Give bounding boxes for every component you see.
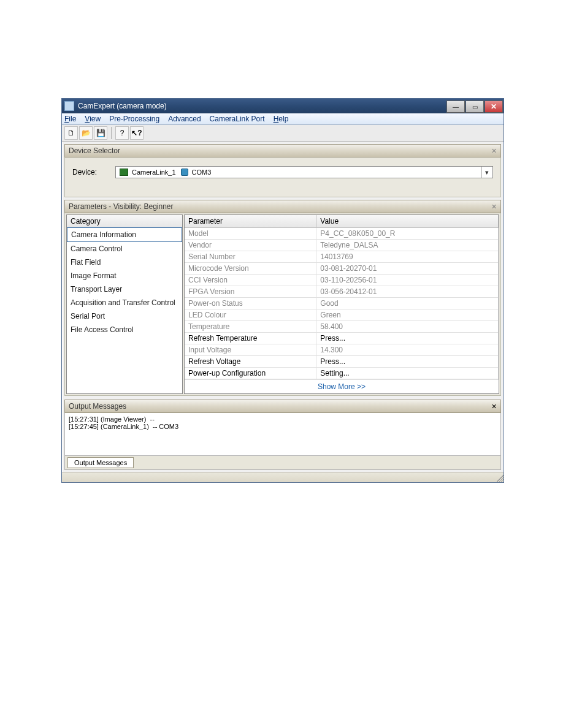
parameters-body: Category Camera InformationCamera Contro… — [64, 213, 501, 396]
parameter-row: LED ColourGreen — [185, 309, 499, 321]
parameter-row: Temperature58.400 — [185, 321, 499, 333]
parameter-value-cell: 14.300 — [316, 344, 499, 356]
parameter-row: CCI Version03-110-20256-01 — [185, 275, 499, 286]
parameter-value-cell: 03-081-20270-01 — [316, 263, 499, 275]
output-log[interactable]: [15:27:31] (Image Viewer) -- [15:27:45] … — [64, 413, 501, 456]
titlebar: CamExpert (camera mode) — ▭ ✕ — [62, 99, 504, 113]
parameter-row: FPGA Version03-056-20412-01 — [185, 286, 499, 298]
new-file-button[interactable]: 🗋 — [64, 126, 78, 140]
parameter-value-cell: P4_CC_08K050_00_R — [316, 228, 499, 240]
device-text-2: COM3 — [192, 169, 212, 176]
toolbar: 🗋 📂 💾 ? ↖? — [62, 125, 504, 142]
device-selector-body: Device: CameraLink_1 COM3 ▾ — [64, 157, 501, 197]
parameter-row: ModelP4_CC_08K050_00_R — [185, 228, 499, 240]
parameter-name-cell: LED Colour — [185, 309, 316, 321]
help-button[interactable]: ? — [115, 126, 129, 140]
app-icon — [64, 101, 74, 111]
device-text-1: CameraLink_1 — [132, 169, 176, 176]
parameter-row[interactable]: Refresh VoltagePress... — [185, 356, 499, 368]
parameter-name-cell: Power-up Configuration — [185, 368, 316, 379]
parameter-row[interactable]: Power-up ConfigurationSetting... — [185, 368, 499, 379]
parameter-name-cell: Serial Number — [185, 251, 316, 263]
parameter-name-cell: CCI Version — [185, 275, 316, 286]
category-column-header: Category — [67, 215, 182, 228]
category-item[interactable]: Flat Field — [67, 256, 182, 269]
resize-grip[interactable] — [495, 473, 504, 482]
device-selector-close-icon[interactable]: ✕ — [491, 147, 497, 155]
parameters-title: Parameters - Visibility: Beginner — [69, 202, 174, 211]
open-file-button[interactable]: 📂 — [79, 126, 93, 140]
framegrabber-icon — [120, 169, 128, 176]
parameter-value-cell: 03-056-20412-01 — [316, 286, 499, 298]
close-button[interactable]: ✕ — [484, 100, 503, 113]
device-label: Device: — [72, 168, 115, 176]
parameter-name-cell: Model — [185, 228, 316, 240]
window-title: CamExpert (camera mode) — [78, 102, 446, 110]
parameter-row: Serial Number14013769 — [185, 251, 499, 263]
toolbar-separator — [111, 127, 112, 139]
show-more-link[interactable]: Show More >> — [185, 379, 499, 393]
parameter-value-cell: 03-110-20256-01 — [316, 275, 499, 286]
parameter-row: Input Voltage14.300 — [185, 344, 499, 356]
parameter-pane: Parameter Value ModelP4_CC_08K050_00_RVe… — [184, 214, 499, 394]
parameter-row[interactable]: Refresh TemperaturePress... — [185, 333, 499, 344]
parameter-table: Parameter Value ModelP4_CC_08K050_00_RVe… — [185, 215, 499, 379]
category-item[interactable]: File Access Control — [67, 323, 182, 336]
parameter-value-cell: 14013769 — [316, 251, 499, 263]
parameter-row: Microcode Version03-081-20270-01 — [185, 263, 499, 275]
output-tabs: Output Messages — [64, 456, 501, 470]
maximize-button[interactable]: ▭ — [465, 100, 484, 113]
value-column-header: Value — [316, 215, 499, 228]
device-selector-header: Device Selector ✕ — [64, 144, 501, 157]
parameters-header: Parameters - Visibility: Beginner ✕ — [64, 200, 501, 213]
parameter-name-cell: Refresh Voltage — [185, 356, 316, 368]
parameter-name-cell: Temperature — [185, 321, 316, 333]
parameter-name-cell: Refresh Temperature — [185, 333, 316, 344]
parameter-row: VendorTeledyne_DALSA — [185, 240, 499, 251]
parameter-value-cell: 58.400 — [316, 321, 499, 333]
parameter-value-cell[interactable]: Setting... — [316, 368, 499, 379]
parameter-name-cell: Vendor — [185, 240, 316, 251]
menu-help[interactable]: Help — [274, 115, 289, 123]
category-item[interactable]: Transport Layer — [67, 282, 182, 296]
category-item[interactable]: Camera Information — [67, 227, 182, 242]
category-item[interactable]: Camera Control — [67, 242, 182, 256]
menu-file[interactable]: File — [64, 115, 76, 123]
parameter-value-cell[interactable]: Press... — [316, 356, 499, 368]
parameter-name-cell: Power-on Status — [185, 298, 316, 309]
statusbar — [62, 472, 504, 482]
menu-advanced[interactable]: Advanced — [168, 115, 201, 123]
category-item[interactable]: Acquisition and Transfer Control — [67, 296, 182, 309]
parameter-column-header: Parameter — [185, 215, 316, 228]
window-controls: — ▭ ✕ — [446, 99, 504, 113]
parameter-name-cell: Input Voltage — [185, 344, 316, 356]
category-item[interactable]: Serial Port — [67, 309, 182, 323]
minimize-button[interactable]: — — [446, 100, 465, 113]
parameter-value-cell: Good — [316, 298, 499, 309]
parameter-name-cell: FPGA Version — [185, 286, 316, 298]
menu-cameralink-port[interactable]: CameraLink Port — [210, 115, 265, 123]
parameter-name-cell: Microcode Version — [185, 263, 316, 275]
port-icon — [181, 169, 188, 176]
output-header: Output Messages ✕ — [64, 400, 501, 413]
parameter-value-cell: Teledyne_DALSA — [316, 240, 499, 251]
device-dropdown[interactable]: CameraLink_1 COM3 ▾ — [115, 166, 493, 178]
parameter-value-cell[interactable]: Press... — [316, 333, 499, 344]
context-help-button[interactable]: ↖? — [130, 126, 144, 140]
menubar: File View Pre-Processing Advanced Camera… — [62, 113, 504, 125]
save-file-button[interactable]: 💾 — [94, 126, 107, 140]
output-messages-tab[interactable]: Output Messages — [67, 457, 134, 468]
menu-pre-processing[interactable]: Pre-Processing — [109, 115, 159, 123]
parameter-value-cell: Green — [316, 309, 499, 321]
device-selector-title: Device Selector — [69, 146, 120, 155]
app-window: CamExpert (camera mode) — ▭ ✕ File View … — [61, 98, 504, 483]
output-title: Output Messages — [69, 402, 126, 411]
dropdown-arrow-icon: ▾ — [481, 167, 491, 178]
output-close-icon[interactable]: ✕ — [491, 403, 497, 411]
parameters-close-icon[interactable]: ✕ — [491, 203, 497, 211]
category-item[interactable]: Image Format — [67, 269, 182, 282]
parameter-row: Power-on StatusGood — [185, 298, 499, 309]
category-pane: Category Camera InformationCamera Contro… — [66, 214, 183, 394]
menu-view[interactable]: View — [85, 115, 101, 123]
